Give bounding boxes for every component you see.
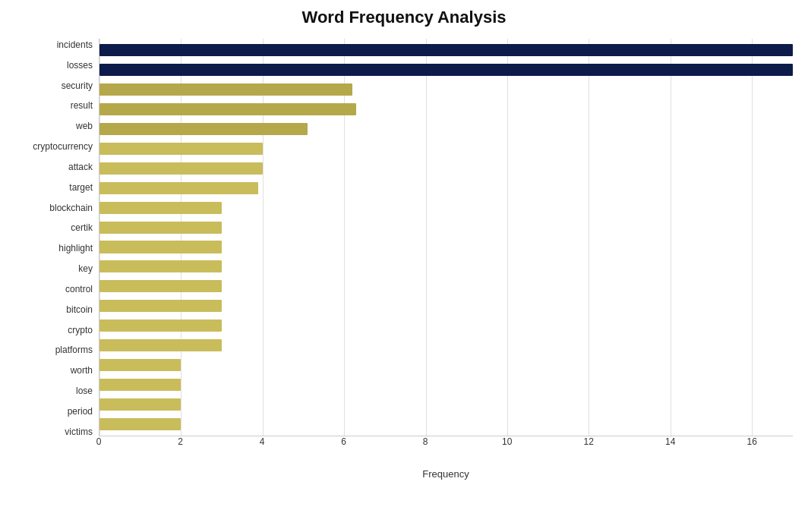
- bar-row: [99, 316, 793, 335]
- bar-row: [99, 296, 793, 316]
- y-label: security: [15, 81, 93, 90]
- bar-row: [99, 119, 793, 139]
- bar-row: [99, 99, 793, 119]
- bars-wrapper: [99, 39, 793, 436]
- y-label: key: [15, 264, 93, 273]
- bar-row: [99, 139, 793, 159]
- x-tick-label: 8: [423, 436, 428, 447]
- bar-row: [99, 414, 793, 434]
- bar-row: [99, 238, 793, 257]
- bar: [99, 64, 793, 76]
- bar: [99, 83, 352, 96]
- bar-row: [99, 395, 793, 414]
- y-label: highlight: [15, 244, 93, 253]
- y-label: platforms: [15, 345, 93, 354]
- y-label: blockchain: [15, 203, 93, 212]
- y-label: cryptocurrency: [15, 142, 93, 151]
- y-label: period: [15, 407, 93, 416]
- y-label: certik: [15, 223, 93, 232]
- bar: [99, 359, 181, 371]
- y-label: control: [15, 285, 93, 294]
- bar-row: [99, 257, 793, 276]
- chart-title: Word Frequency Analysis: [15, 8, 793, 27]
- y-label: target: [15, 183, 93, 192]
- bar-row: [99, 60, 793, 80]
- bar-row: [99, 335, 793, 355]
- bar: [99, 300, 222, 312]
- y-label: attack: [15, 162, 93, 172]
- y-label: web: [15, 121, 93, 131]
- bar: [99, 202, 222, 214]
- x-tick-label: 4: [260, 436, 265, 447]
- x-tick-label: 16: [747, 436, 757, 447]
- y-label: worth: [15, 366, 93, 375]
- bar: [99, 182, 258, 194]
- y-label: crypto: [15, 326, 93, 335]
- chart-container: Word Frequency Analysis incidentslossess…: [0, 0, 808, 532]
- bar: [99, 241, 222, 253]
- x-tick-label: 6: [341, 436, 346, 447]
- x-tick-label: 12: [583, 436, 593, 447]
- chart-body: incidentslossessecurityresultwebcryptocu…: [15, 39, 793, 436]
- x-tick-label: 2: [178, 436, 183, 447]
- bar: [99, 103, 356, 115]
- bar-row: [99, 198, 793, 218]
- y-label: losses: [15, 61, 93, 70]
- bar: [99, 260, 222, 272]
- x-tick-label: 10: [502, 436, 512, 447]
- bar: [99, 222, 222, 234]
- bars-area: [99, 39, 793, 436]
- bar-row: [99, 80, 793, 99]
- y-label: lose: [15, 386, 93, 395]
- bar-row: [99, 178, 793, 198]
- bar: [99, 280, 222, 292]
- x-tick-label: 14: [665, 436, 675, 447]
- bar: [99, 339, 222, 351]
- x-axis-label: Frequency: [99, 468, 793, 480]
- bar: [99, 143, 263, 155]
- bar: [99, 418, 181, 430]
- bar-row: [99, 218, 793, 238]
- y-label: incidents: [15, 40, 93, 49]
- chart-area: incidentslossessecurityresultwebcryptocu…: [15, 39, 793, 480]
- bar-row: [99, 159, 793, 178]
- y-label: victims: [15, 427, 93, 436]
- x-axis-ticks: 0246810121416: [99, 436, 793, 452]
- y-axis-labels: incidentslossessecurityresultwebcryptocu…: [15, 39, 99, 436]
- bar: [99, 379, 181, 391]
- y-label: result: [15, 101, 93, 110]
- bar: [99, 162, 263, 175]
- bar-row: [99, 355, 793, 375]
- x-tick-label: 0: [96, 436, 102, 447]
- y-label: bitcoin: [15, 305, 93, 314]
- bar: [99, 320, 222, 332]
- bar: [99, 123, 308, 135]
- bar: [99, 44, 793, 56]
- bar-row: [99, 40, 793, 60]
- bar-row: [99, 276, 793, 296]
- bar-row: [99, 375, 793, 395]
- bar: [99, 398, 181, 411]
